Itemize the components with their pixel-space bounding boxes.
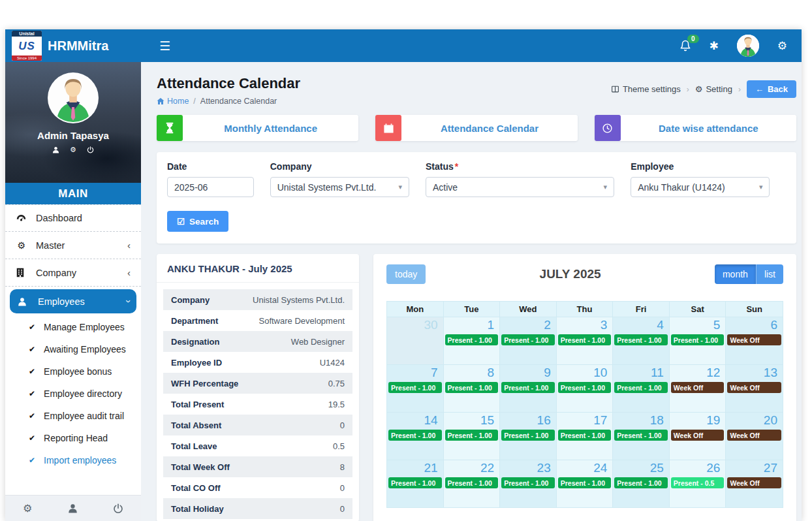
sidebar-subitem-employee-directory[interactable]: ✔Employee directory	[5, 383, 141, 405]
back-arrow-icon: ←	[755, 84, 764, 94]
attendance-event[interactable]: Present - 1.00	[558, 334, 612, 345]
month-view-button[interactable]: month	[715, 264, 756, 284]
calendar-cell-day-11[interactable]: 11Present - 1.00	[613, 364, 670, 412]
calendar-cell-day-23[interactable]: 23Present - 1.00	[500, 460, 557, 507]
calendar-cell-day-8[interactable]: 8Present - 1.00	[444, 364, 501, 412]
setting-link[interactable]: ⚙ Setting	[695, 84, 732, 94]
attendance-event[interactable]: Week Off	[671, 430, 725, 441]
profile-power-icon[interactable]	[87, 146, 94, 153]
calendar-cell-day-14[interactable]: 14Present - 1.00	[387, 412, 444, 460]
profile-user-icon[interactable]	[52, 146, 59, 153]
calendar-cell-day-1[interactable]: 1Present - 1.00	[444, 317, 501, 364]
calendar-cell-day-30[interactable]: 30	[387, 317, 444, 364]
attendance-event[interactable]: Present - 0.5	[671, 477, 725, 488]
today-button[interactable]: today	[386, 264, 426, 284]
calendar-cell-day-15[interactable]: 15Present - 1.00	[444, 412, 501, 460]
attendance-event[interactable]: Present - 1.00	[445, 477, 499, 488]
attendance-event[interactable]: Present - 1.00	[614, 430, 668, 441]
calendar-cell-day-18[interactable]: 18Present - 1.00	[613, 412, 670, 460]
attendance-event[interactable]: Present - 1.00	[388, 430, 442, 441]
calendar-cell-day-24[interactable]: 24Present - 1.00	[557, 460, 614, 507]
attendance-event[interactable]: Week Off	[727, 430, 781, 441]
sidebar-subitem-employee-audit-trail[interactable]: ✔Employee audit trail	[5, 405, 141, 427]
attendance-event[interactable]: Present - 1.00	[445, 382, 499, 393]
submenu-label: Employee bonus	[44, 366, 112, 377]
calendar-cell-day-7[interactable]: 7Present - 1.00	[387, 364, 444, 412]
tab-attendance-calendar[interactable]: Attendance Calendar	[375, 115, 577, 141]
calendar-cell-day-13[interactable]: 13Week Off	[726, 364, 783, 412]
sidebar-subitem-employee-bonus[interactable]: ✔Employee bonus	[5, 360, 141, 383]
calendar-cell-day-26[interactable]: 26Present - 0.5	[670, 460, 726, 507]
calendar-month-title: JULY 2025	[426, 267, 715, 281]
sidebar-subitem-manage-employees[interactable]: ✔Manage Employees	[5, 316, 141, 338]
calendar-cell-day-22[interactable]: 22Present - 1.00	[444, 460, 501, 507]
apps-asterisk-icon[interactable]: ✱	[710, 39, 719, 53]
sidebar-item-employees[interactable]: Employees ‹	[10, 289, 136, 313]
attendance-event[interactable]: Week Off	[727, 477, 781, 488]
calendar-cell-day-4[interactable]: 4Present - 1.00	[613, 317, 670, 364]
calendar-cell-day-6[interactable]: 6Week Off	[726, 317, 783, 364]
attendance-event[interactable]: Present - 1.00	[501, 477, 555, 488]
sidebar-subitem-import-employees[interactable]: ✔Import employees	[5, 449, 141, 471]
attendance-event[interactable]: Present - 1.00	[614, 334, 668, 345]
calendar-cell-day-5[interactable]: 5Present - 1.00	[670, 317, 726, 364]
status-select[interactable]: Active ▾	[426, 177, 614, 197]
company-select[interactable]: Unistal Systems Pvt.Ltd. ▾	[270, 177, 409, 197]
tab-date-wise-attendance[interactable]: Date wise attendance	[595, 115, 796, 141]
status-label: Status*	[426, 161, 614, 172]
calendar-cell-day-16[interactable]: 16Present - 1.00	[500, 412, 557, 460]
attendance-event[interactable]: Present - 1.00	[501, 382, 555, 393]
calendar-cell-day-21[interactable]: 21Present - 1.00	[387, 460, 444, 507]
attendance-event[interactable]: Present - 1.00	[501, 430, 555, 441]
theme-settings-link[interactable]: Theme settings	[611, 84, 681, 94]
attendance-event[interactable]: Present - 1.00	[558, 477, 612, 488]
attendance-event[interactable]: Present - 1.00	[445, 334, 499, 345]
attendance-event[interactable]: Present - 1.00	[558, 430, 612, 441]
attendance-event[interactable]: Week Off	[671, 382, 725, 393]
attendance-event[interactable]: Present - 1.00	[614, 477, 668, 488]
attendance-event[interactable]: Present - 1.00	[671, 334, 725, 345]
calendar-cell-day-3[interactable]: 3Present - 1.00	[557, 317, 614, 364]
profile-gear-icon[interactable]: ⚙	[70, 146, 76, 153]
calendar-cell-day-12[interactable]: 12Week Off	[670, 364, 726, 412]
attendance-event[interactable]: Present - 1.00	[388, 382, 442, 393]
tab-monthly-attendance[interactable]: Monthly Attendance	[157, 115, 358, 141]
notification-count-badge: 0	[687, 35, 699, 43]
attendance-event[interactable]: Present - 1.00	[388, 477, 442, 488]
calendar-cell-day-2[interactable]: 2Present - 1.00	[500, 317, 557, 364]
attendance-event[interactable]: Week Off	[727, 334, 781, 345]
hamburger-menu-icon[interactable]: ☰	[159, 39, 170, 54]
calendar-cell-day-10[interactable]: 10Present - 1.00	[557, 364, 614, 412]
notifications-button[interactable]: 0	[679, 40, 691, 52]
back-button[interactable]: ← Back	[747, 80, 796, 98]
attendance-event[interactable]: Present - 1.00	[501, 334, 555, 345]
footer-gear-icon[interactable]: ⚙	[23, 503, 32, 514]
sidebar-item-dashboard[interactable]: Dashboard	[5, 205, 141, 232]
sidebar-item-company[interactable]: Company ‹	[5, 259, 141, 287]
attendance-event[interactable]: Present - 1.00	[614, 382, 668, 393]
sidebar-item-master[interactable]: ⚙ Master ‹	[5, 232, 141, 259]
employee-select[interactable]: Anku Thakur (U1424) ▾	[631, 177, 770, 197]
calendar-cell-day-20[interactable]: 20Week Off	[726, 412, 783, 460]
footer-power-icon[interactable]	[113, 503, 123, 514]
list-view-button[interactable]: list	[756, 264, 783, 284]
submenu-label: Manage Employees	[44, 322, 125, 332]
calendar-cell-day-25[interactable]: 25Present - 1.00	[613, 460, 670, 507]
sidebar-subitem-reporting-head[interactable]: ✔Reporting Head	[5, 427, 141, 449]
search-button[interactable]: ☑ Search	[167, 211, 228, 232]
profile-avatar[interactable]	[48, 72, 99, 123]
calendar-cell-day-9[interactable]: 9Present - 1.00	[500, 364, 557, 412]
attendance-event[interactable]: Present - 1.00	[558, 382, 612, 393]
footer-user-icon[interactable]	[68, 503, 78, 513]
settings-gear-icon[interactable]: ⚙	[777, 39, 787, 53]
attendance-event[interactable]: Present - 1.00	[445, 430, 499, 441]
calendar-cell-day-27[interactable]: 27Week Off	[726, 460, 783, 507]
attendance-event[interactable]: Week Off	[727, 382, 781, 393]
navbar-avatar[interactable]	[737, 35, 759, 57]
calendar-cell-day-19[interactable]: 19Week Off	[670, 412, 726, 460]
breadcrumb-home-link[interactable]: Home	[157, 97, 189, 106]
sidebar-subitem-awaiting-employees[interactable]: ✔Awaiting Employees	[5, 338, 141, 360]
date-input[interactable]: 2025-06	[167, 177, 254, 197]
calendar-cell-day-17[interactable]: 17Present - 1.00	[557, 412, 614, 460]
brand[interactable]: Unistal US Since 1994 HRMMitra	[5, 31, 141, 61]
